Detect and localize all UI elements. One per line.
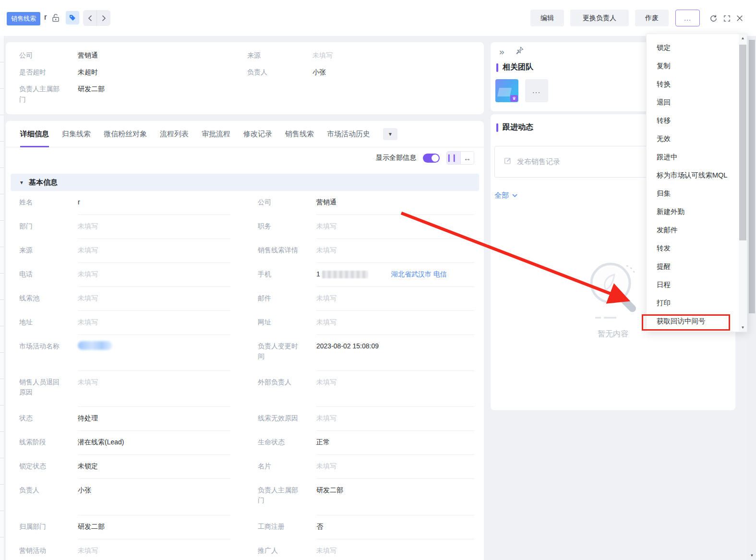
- menu-item-convert[interactable]: 转换: [647, 75, 747, 93]
- pin-icon[interactable]: [515, 46, 524, 57]
- field-label: 电话: [19, 263, 65, 287]
- menu-item-new-field-work[interactable]: 新建外勤: [647, 203, 747, 221]
- menu-item-get-callback-number[interactable]: 获取回访中间号: [647, 312, 747, 330]
- team-more-button[interactable]: ...: [525, 79, 548, 102]
- magnifier-empty-icon: [577, 258, 649, 321]
- feed-filter-dropdown[interactable]: 全部: [494, 191, 517, 200]
- tabs-overflow-button[interactable]: ▼: [383, 128, 397, 140]
- field-value: r: [78, 191, 230, 215]
- change-owner-button[interactable]: 更换负责人: [570, 10, 629, 26]
- menu-item-transfer[interactable]: 转移: [647, 111, 747, 130]
- field-label: 是否超时: [19, 67, 65, 77]
- menu-item-copy[interactable]: 复制: [647, 57, 747, 75]
- page-scroll-down-icon[interactable]: ▼: [748, 552, 756, 559]
- field-label: 归属部门: [19, 515, 65, 539]
- record-title: r: [44, 12, 47, 22]
- feed-title: 跟进动态: [503, 122, 533, 132]
- wide-layout-button[interactable]: ↔: [460, 152, 474, 164]
- field-label: 姓名: [19, 191, 65, 215]
- field-label: 部门: [19, 215, 65, 239]
- redacted-phone-blur: [322, 271, 368, 278]
- basic-info-section-header[interactable]: ▼ 基本信息: [11, 174, 479, 191]
- field-row: 市场活动名称 负责人变更时间2023-08-02 15:08:09: [6, 335, 484, 371]
- menu-item-mark-mql[interactable]: 标为市场认可线索MQL: [647, 166, 747, 184]
- field-label: 负责人: [19, 479, 65, 515]
- invalidate-button[interactable]: 作废: [635, 10, 669, 26]
- tag-icon[interactable]: [66, 11, 79, 24]
- menu-item-reminder[interactable]: 提醒: [647, 257, 747, 275]
- detail-toolbar: 显示全部信息 ▎▎ ↔: [6, 147, 484, 168]
- field-row: 线索池未填写 邮件未填写: [6, 287, 484, 311]
- field-row: 销售人员退回原因未填写 外部负责人未填写: [6, 371, 484, 407]
- tab-change-log[interactable]: 修改记录: [243, 121, 272, 147]
- chevron-down-icon: [512, 194, 517, 197]
- field-value: 未填写: [78, 371, 230, 407]
- field-row: 线索阶段潜在线索(Lead) 生命状态正常: [6, 431, 484, 455]
- two-column-layout-button[interactable]: ▎▎: [447, 152, 460, 164]
- field-label: 线索阶段: [19, 431, 65, 455]
- field-label: 线索池: [19, 287, 65, 311]
- scroll-down-icon[interactable]: ▼: [739, 323, 747, 332]
- field-value: 未填写: [316, 407, 474, 431]
- edit-button[interactable]: 编辑: [530, 10, 564, 26]
- campaign-field-value: [78, 335, 230, 371]
- fullscreen-icon[interactable]: [722, 13, 732, 23]
- feed-filter-label: 全部: [494, 191, 509, 200]
- menu-item-lock[interactable]: 锁定: [647, 38, 747, 57]
- tab-collected-leads[interactable]: 归集线索: [62, 121, 91, 147]
- menu-item-following[interactable]: 跟进中: [647, 148, 747, 166]
- detail-card: 详细信息 归集线索 微信粉丝对象 流程列表 审批流程 修改记录 销售线索 市场活…: [6, 121, 484, 560]
- close-icon[interactable]: [735, 13, 744, 23]
- phone-field-value: 1湖北省武汉市 电信: [316, 263, 474, 287]
- collapse-panel-icon[interactable]: »: [499, 47, 504, 57]
- unlock-icon: [51, 13, 61, 25]
- tab-approval-flow[interactable]: 审批流程: [202, 121, 230, 147]
- field-value: 正常: [316, 431, 474, 455]
- field-row: 地址未填写 网址未填写: [6, 311, 484, 335]
- menu-item-forward[interactable]: 转发: [647, 239, 747, 257]
- field-value: 未超时: [78, 67, 98, 77]
- field-label: 市场活动名称: [19, 335, 65, 371]
- menu-item-schedule[interactable]: 日程: [647, 275, 747, 294]
- composer-placeholder: 发布销售记录: [517, 157, 560, 167]
- tab-bar: 详细信息 归集线索 微信粉丝对象 流程列表 审批流程 修改记录 销售线索 市场活…: [6, 121, 484, 147]
- entity-type-badge: 销售线索: [7, 12, 40, 25]
- show-all-toggle[interactable]: [423, 154, 440, 163]
- field-label: 公司: [258, 191, 304, 215]
- field-value: 未填写: [78, 239, 230, 263]
- menu-item-return[interactable]: 退回: [647, 93, 747, 111]
- refresh-icon[interactable]: [708, 13, 718, 23]
- scrollbar-thumb[interactable]: [739, 45, 746, 240]
- menu-item-collect[interactable]: 归集: [647, 184, 747, 203]
- tab-campaign-history[interactable]: 市场活动历史: [327, 121, 370, 147]
- field-label: 职务: [258, 215, 304, 239]
- team-member-avatar[interactable]: ♛: [495, 79, 518, 102]
- tab-sales-leads[interactable]: 销售线索: [285, 121, 314, 147]
- page-scrollbar-thumb[interactable]: [749, 40, 755, 313]
- scroll-up-icon[interactable]: ▲: [739, 34, 747, 42]
- layout-switcher: ▎▎ ↔: [446, 151, 474, 165]
- tab-process-list[interactable]: 流程列表: [160, 121, 189, 147]
- title-accent-bar: [496, 63, 498, 72]
- field-value: 未填写: [312, 50, 333, 60]
- menu-item-invalid[interactable]: 无效: [647, 130, 747, 148]
- dropdown-scrollbar[interactable]: ▲ ▼: [739, 34, 747, 332]
- page-scrollbar[interactable]: ▼: [748, 36, 756, 560]
- tab-detail-info[interactable]: 详细信息: [20, 121, 49, 147]
- field-value: 小张: [78, 479, 230, 515]
- menu-item-print[interactable]: 打印: [647, 294, 747, 312]
- field-label: 负责人主属部门: [258, 479, 304, 515]
- field-label: 状态: [19, 407, 65, 431]
- field-value: 未填写: [316, 239, 474, 263]
- tab-wechat-fans[interactable]: 微信粉丝对象: [104, 121, 147, 147]
- more-actions-button[interactable]: ...: [675, 10, 700, 26]
- menu-item-send-email[interactable]: 发邮件: [647, 221, 747, 239]
- prev-record-button[interactable]: [83, 10, 97, 26]
- field-value: 未填写: [78, 263, 230, 287]
- field-value: 2023-08-02 15:08:09: [316, 335, 474, 371]
- section-title: 基本信息: [29, 178, 58, 187]
- field-label: 营销活动: [19, 539, 65, 560]
- field-label: 来源: [247, 50, 300, 60]
- field-label: 线索无效原因: [258, 407, 304, 431]
- next-record-button[interactable]: [97, 10, 110, 26]
